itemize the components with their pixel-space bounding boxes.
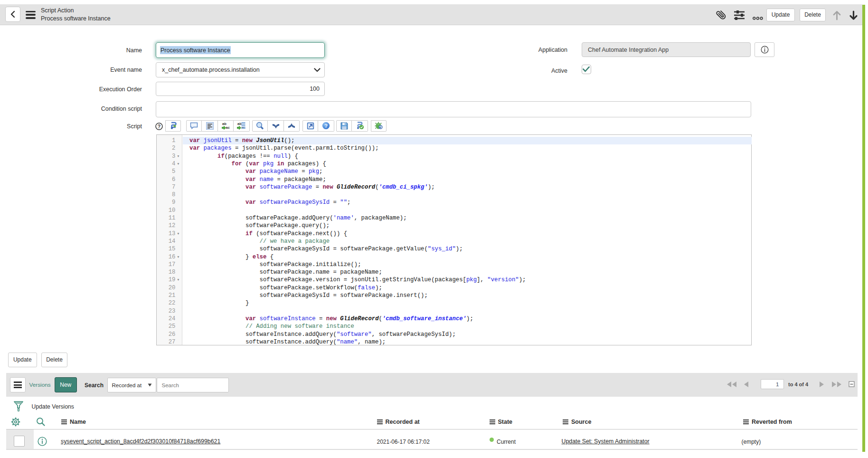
svg-text:ac: ac xyxy=(242,125,245,130)
svg-text:?: ? xyxy=(158,123,160,129)
svg-text:ac: ac xyxy=(226,125,229,130)
svg-text:?: ? xyxy=(324,123,328,129)
